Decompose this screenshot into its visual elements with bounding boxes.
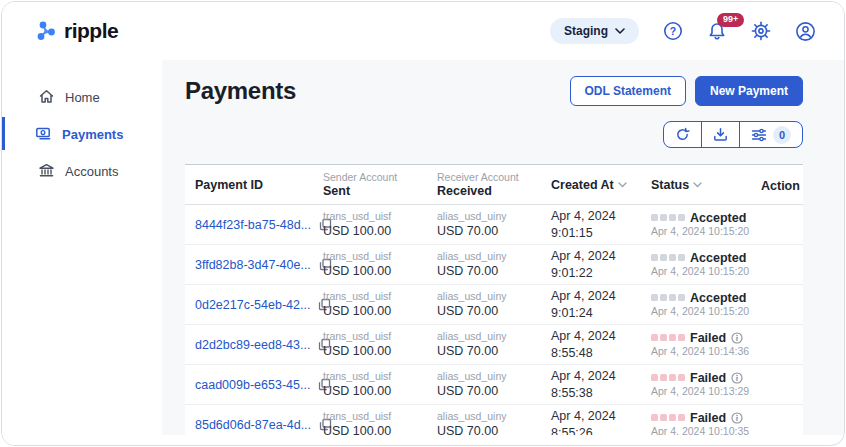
table-body: 8444f23f-ba75-48d... trans_usd_uisf USD … <box>185 205 803 435</box>
received-amount: USD 70.00 <box>437 263 551 279</box>
account-button[interactable] <box>795 21 816 42</box>
payment-id-link[interactable]: 85d6d06d-87ea-4d... <box>195 418 311 432</box>
app-body: Home Payments Accounts Payments ODL Stat <box>2 60 844 446</box>
status-progress-squares <box>651 214 685 221</box>
header-status[interactable]: Status <box>651 178 761 192</box>
home-icon <box>38 88 55 105</box>
sender-account: trans_usd_uisf <box>323 250 437 264</box>
sender-cell: trans_usd_uisf USD 100.00 <box>323 290 437 320</box>
sidebar-item-home[interactable]: Home <box>2 80 162 113</box>
table-header-row: Payment ID Sender Account Sent Receiver … <box>185 165 803 205</box>
user-icon <box>795 21 816 42</box>
payment-id-cell: 8444f23f-ba75-48d... <box>185 218 323 232</box>
sidebar-item-label: Home <box>65 90 100 105</box>
environment-label: Staging <box>564 24 608 38</box>
odl-statement-button[interactable]: ODL Statement <box>570 76 686 106</box>
sender-account: trans_usd_uisf <box>323 330 437 344</box>
notifications-button[interactable]: 99+ <box>707 21 727 41</box>
ripple-logo: ripple <box>35 19 118 43</box>
header-sent: Sender Account Sent <box>323 171 437 199</box>
created-at-value: Apr 4, 2024 8:55:26 <box>551 408 651 435</box>
receiver-account: alias_usd_uiny <box>437 210 551 224</box>
status-label: Failed <box>690 331 726 345</box>
svg-text:?: ? <box>670 25 676 37</box>
payment-id-link[interactable]: 3ffd82b8-3d47-40e... <box>195 258 311 272</box>
topbar-actions: Staging ? 99+ <box>550 18 816 44</box>
status-label: Failed <box>690 411 726 425</box>
status-cell: Accepted Apr 4, 2024 10:15:20 <box>651 291 761 319</box>
created-at-cell: Apr 4, 2024 9:01:15 <box>551 208 651 241</box>
sent-amount: USD 100.00 <box>323 303 437 319</box>
info-icon[interactable] <box>731 412 743 424</box>
sidebar-item-label: Accounts <box>65 164 118 179</box>
sidebar-item-accounts[interactable]: Accounts <box>2 154 162 187</box>
header-actions: ODL Statement New Payment <box>570 76 804 106</box>
created-at-cell: Apr 4, 2024 9:01:24 <box>551 288 651 321</box>
status-time: Apr 4, 2024 10:14:36 <box>651 345 761 359</box>
sender-cell: trans_usd_uisf USD 100.00 <box>323 410 437 435</box>
table-row: d2d2bc89-eed8-43... trans_usd_uisf USD 1… <box>185 325 803 365</box>
brand-name: ripple <box>64 19 118 43</box>
download-icon <box>713 127 728 142</box>
info-icon[interactable] <box>731 332 743 344</box>
ripple-logo-icon <box>35 20 57 42</box>
info-icon[interactable] <box>731 372 743 384</box>
notification-count-badge: 99+ <box>717 13 744 27</box>
received-amount: USD 70.00 <box>437 423 551 435</box>
received-amount: USD 70.00 <box>437 383 551 399</box>
payment-id-link[interactable]: 8444f23f-ba75-48d... <box>195 218 311 232</box>
table-row: 8444f23f-ba75-48d... trans_usd_uisf USD … <box>185 205 803 245</box>
gear-icon <box>751 21 771 41</box>
environment-dropdown[interactable]: Staging <box>550 18 639 44</box>
toolbar-group: 0 <box>663 121 803 148</box>
header-created-at[interactable]: Created At <box>551 178 651 192</box>
status-time: Apr 4, 2024 10:13:29 <box>651 385 761 399</box>
accounts-icon <box>38 162 55 179</box>
receiver-cell: alias_usd_uiny USD 70.00 <box>437 410 551 435</box>
table-row: 3ffd82b8-3d47-40e... trans_usd_uisf USD … <box>185 245 803 285</box>
sidebar-item-payments[interactable]: Payments <box>2 117 162 150</box>
new-payment-button[interactable]: New Payment <box>695 76 803 106</box>
payment-id-link[interactable]: 0d2e217c-54eb-42... <box>195 298 310 312</box>
payment-id-cell: 0d2e217c-54eb-42... <box>185 298 323 312</box>
status-time: Apr 4, 2024 10:15:20 <box>651 225 761 239</box>
received-amount: USD 70.00 <box>437 303 551 319</box>
table-row: 0d2e217c-54eb-42... trans_usd_uisf USD 1… <box>185 285 803 325</box>
page-header: Payments ODL Statement New Payment <box>185 76 803 106</box>
help-button[interactable]: ? <box>663 21 683 41</box>
status-cell: Accepted Apr 4, 2024 10:15:20 <box>651 211 761 239</box>
receiver-cell: alias_usd_uiny USD 70.00 <box>437 370 551 400</box>
status-progress-squares <box>651 294 685 301</box>
receiver-account: alias_usd_uiny <box>437 370 551 384</box>
sender-cell: trans_usd_uisf USD 100.00 <box>323 330 437 360</box>
table-row: caad009b-e653-45... trans_usd_uisf USD 1… <box>185 365 803 405</box>
receiver-account: alias_usd_uiny <box>437 290 551 304</box>
receiver-cell: alias_usd_uiny USD 70.00 <box>437 250 551 280</box>
filter-button[interactable]: 0 <box>739 122 802 147</box>
sent-amount: USD 100.00 <box>323 263 437 279</box>
sent-amount: USD 100.00 <box>323 223 437 239</box>
receiver-cell: alias_usd_uiny USD 70.00 <box>437 330 551 360</box>
receiver-account: alias_usd_uiny <box>437 250 551 264</box>
payment-id-link[interactable]: caad009b-e653-45... <box>195 378 310 392</box>
refresh-button[interactable] <box>664 122 701 147</box>
payments-icon <box>35 125 52 142</box>
header-action: Action <box>761 176 812 194</box>
created-at-cell: Apr 4, 2024 8:55:48 <box>551 328 651 361</box>
received-amount: USD 70.00 <box>437 223 551 239</box>
download-button[interactable] <box>701 122 739 147</box>
chevron-down-icon <box>615 28 625 34</box>
receiver-cell: alias_usd_uiny USD 70.00 <box>437 210 551 240</box>
payments-table: Payment ID Sender Account Sent Receiver … <box>185 164 803 435</box>
status-cell: Accepted Apr 4, 2024 10:15:20 <box>651 251 761 279</box>
status-time: Apr 4, 2024 10:15:20 <box>651 305 761 319</box>
payment-id-link[interactable]: d2d2bc89-eed8-43... <box>195 338 310 352</box>
status-time: Apr 4, 2024 10:15:20 <box>651 265 761 279</box>
page-title: Payments <box>185 77 296 105</box>
status-progress-squares <box>651 334 685 341</box>
help-icon: ? <box>663 21 683 41</box>
settings-button[interactable] <box>751 21 771 41</box>
receiver-account: alias_usd_uiny <box>437 410 551 424</box>
status-cell: Failed Apr 4, 2024 10:13:29 <box>651 371 761 399</box>
status-progress-squares <box>651 254 685 261</box>
